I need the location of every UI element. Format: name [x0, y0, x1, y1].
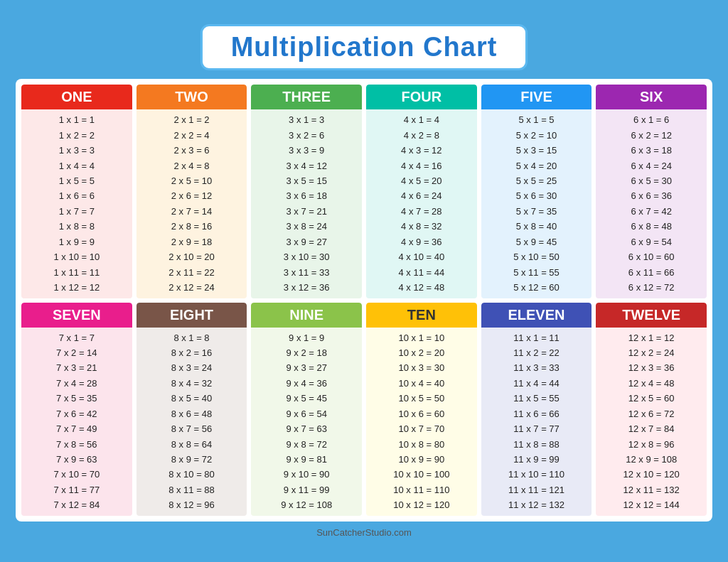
table-row: 8 x 4 = 32 — [141, 376, 243, 391]
table-row: 10 x 9 = 90 — [370, 452, 473, 467]
section-body-twelve: 12 x 1 = 1212 x 2 = 2412 x 3 = 3612 x 4 … — [596, 328, 707, 516]
table-row: 12 x 3 = 36 — [600, 360, 702, 375]
section-header-eight: EIGHT — [136, 303, 247, 328]
table-row: 3 x 4 = 12 — [255, 158, 358, 173]
table-row: 11 x 10 = 110 — [486, 467, 588, 482]
table-row: 9 x 12 = 108 — [255, 497, 358, 512]
table-row: 1 x 7 = 7 — [26, 204, 128, 219]
table-row: 6 x 3 = 18 — [600, 143, 702, 158]
table-row: 9 x 3 = 27 — [255, 360, 358, 375]
table-row: 11 x 8 = 88 — [486, 437, 588, 452]
table-row: 5 x 1 = 5 — [486, 112, 588, 127]
section-header-three: THREE — [251, 85, 362, 109]
table-row: 11 x 11 = 121 — [486, 482, 588, 497]
table-row: 3 x 8 = 24 — [255, 219, 358, 234]
table-row: 8 x 12 = 96 — [141, 497, 243, 512]
table-row: 5 x 2 = 10 — [486, 128, 588, 143]
footer: SunCatcherStudio.com — [16, 527, 712, 538]
table-row: 1 x 6 = 6 — [26, 188, 128, 203]
table-row: 10 x 8 = 80 — [370, 437, 473, 452]
table-row: 8 x 2 = 16 — [141, 345, 243, 360]
section-header-twelve: TWELVE — [596, 303, 707, 328]
table-row: 7 x 2 = 14 — [26, 345, 128, 360]
section-seven: SEVEN7 x 1 = 77 x 2 = 147 x 3 = 217 x 4 … — [21, 303, 132, 516]
table-row: 1 x 1 = 1 — [26, 112, 128, 127]
table-row: 2 x 7 = 14 — [141, 204, 243, 219]
chart-container: ONE1 x 1 = 11 x 2 = 21 x 3 = 31 x 4 = 41… — [16, 79, 712, 522]
table-row: 9 x 7 = 63 — [255, 421, 358, 436]
table-row: 12 x 8 = 96 — [600, 437, 702, 452]
table-row: 10 x 4 = 40 — [370, 376, 473, 391]
table-row: 5 x 3 = 15 — [486, 143, 588, 158]
table-row: 9 x 5 = 45 — [255, 391, 358, 406]
section-body-one: 1 x 1 = 11 x 2 = 21 x 3 = 31 x 4 = 41 x … — [21, 109, 132, 298]
section-body-seven: 7 x 1 = 77 x 2 = 147 x 3 = 217 x 4 = 287… — [21, 328, 132, 516]
table-row: 5 x 8 = 40 — [486, 219, 588, 234]
table-row: 1 x 4 = 4 — [26, 158, 128, 173]
table-row: 6 x 12 = 72 — [600, 280, 702, 295]
table-row: 6 x 9 = 54 — [600, 234, 702, 249]
section-nine: NINE9 x 1 = 99 x 2 = 189 x 3 = 279 x 4 =… — [251, 303, 362, 516]
section-header-four: FOUR — [366, 85, 477, 109]
table-row: 12 x 10 = 120 — [600, 467, 702, 482]
table-row: 3 x 10 = 30 — [255, 249, 358, 264]
table-row: 4 x 6 = 24 — [370, 188, 473, 203]
table-row: 7 x 11 = 77 — [26, 482, 128, 497]
table-row: 2 x 1 = 2 — [141, 112, 243, 127]
table-row: 7 x 7 = 49 — [26, 421, 128, 436]
table-row: 3 x 2 = 6 — [255, 128, 358, 143]
section-four: FOUR4 x 1 = 44 x 2 = 84 x 3 = 124 x 4 = … — [366, 85, 477, 298]
table-row: 11 x 2 = 22 — [486, 345, 588, 360]
section-header-five: FIVE — [481, 85, 592, 109]
section-body-four: 4 x 1 = 44 x 2 = 84 x 3 = 124 x 4 = 164 … — [366, 109, 477, 298]
table-row: 1 x 12 = 12 — [26, 280, 128, 295]
section-ten: TEN10 x 1 = 1010 x 2 = 2010 x 3 = 3010 x… — [366, 303, 477, 516]
table-row: 3 x 1 = 3 — [255, 112, 358, 127]
table-row: 2 x 10 = 20 — [141, 249, 243, 264]
table-row: 11 x 6 = 66 — [486, 406, 588, 421]
table-row: 10 x 12 = 120 — [370, 497, 473, 512]
section-five: FIVE5 x 1 = 55 x 2 = 105 x 3 = 155 x 4 =… — [481, 85, 592, 298]
table-row: 9 x 9 = 81 — [255, 452, 358, 467]
section-body-three: 3 x 1 = 33 x 2 = 63 x 3 = 93 x 4 = 123 x… — [251, 109, 362, 298]
section-header-seven: SEVEN — [21, 303, 132, 328]
table-row: 3 x 12 = 36 — [255, 280, 358, 295]
table-row: 11 x 12 = 132 — [486, 497, 588, 512]
table-row: 8 x 5 = 40 — [141, 391, 243, 406]
table-row: 10 x 2 = 20 — [370, 345, 473, 360]
section-body-six: 6 x 1 = 66 x 2 = 126 x 3 = 186 x 4 = 246… — [596, 109, 707, 298]
table-row: 6 x 4 = 24 — [600, 158, 702, 173]
table-row: 11 x 4 = 44 — [486, 376, 588, 391]
table-row: 6 x 10 = 60 — [600, 249, 702, 264]
table-row: 11 x 1 = 11 — [486, 330, 588, 345]
section-two: TWO2 x 1 = 22 x 2 = 42 x 3 = 62 x 4 = 82… — [136, 85, 247, 298]
table-row: 7 x 4 = 28 — [26, 376, 128, 391]
table-row: 2 x 9 = 18 — [141, 234, 243, 249]
table-row: 4 x 1 = 4 — [370, 112, 473, 127]
table-row: 1 x 3 = 3 — [26, 143, 128, 158]
table-row: 12 x 5 = 60 — [600, 391, 702, 406]
table-row: 6 x 1 = 6 — [600, 112, 702, 127]
table-row: 3 x 9 = 27 — [255, 234, 358, 249]
section-eight: EIGHT8 x 1 = 88 x 2 = 168 x 3 = 248 x 4 … — [136, 303, 247, 516]
chart-grid: ONE1 x 1 = 11 x 2 = 21 x 3 = 31 x 4 = 41… — [21, 85, 707, 516]
table-row: 12 x 12 = 144 — [600, 497, 702, 512]
table-row: 4 x 4 = 16 — [370, 158, 473, 173]
title-box: Multiplication Chart — [200, 24, 528, 70]
table-row: 4 x 9 = 36 — [370, 234, 473, 249]
section-one: ONE1 x 1 = 11 x 2 = 21 x 3 = 31 x 4 = 41… — [21, 85, 132, 298]
page-wrapper: Multiplication Chart ONE1 x 1 = 11 x 2 =… — [9, 17, 719, 545]
table-row: 2 x 5 = 10 — [141, 173, 243, 188]
section-eleven: ELEVEN11 x 1 = 1111 x 2 = 2211 x 3 = 331… — [481, 303, 592, 516]
table-row: 5 x 7 = 35 — [486, 204, 588, 219]
title-container: Multiplication Chart — [16, 24, 712, 70]
table-row: 6 x 8 = 48 — [600, 219, 702, 234]
table-row: 4 x 8 = 32 — [370, 219, 473, 234]
table-row: 4 x 2 = 8 — [370, 128, 473, 143]
table-row: 6 x 6 = 36 — [600, 188, 702, 203]
table-row: 5 x 9 = 45 — [486, 234, 588, 249]
table-row: 2 x 3 = 6 — [141, 143, 243, 158]
section-body-eleven: 11 x 1 = 1111 x 2 = 2211 x 3 = 3311 x 4 … — [481, 328, 592, 516]
table-row: 11 x 5 = 55 — [486, 391, 588, 406]
table-row: 2 x 8 = 16 — [141, 219, 243, 234]
